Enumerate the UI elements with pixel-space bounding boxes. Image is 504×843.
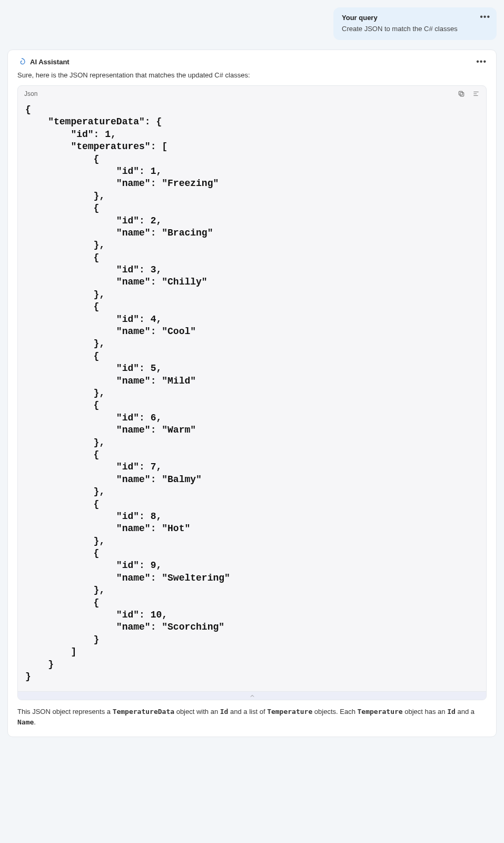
copy-icon[interactable] [458,90,465,97]
assistant-more-icon[interactable]: ••• [476,57,487,66]
assistant-header: AI Assistant ••• [17,57,487,66]
user-query-bubble: Your query Create JSON to match the C# c… [333,7,497,40]
format-icon[interactable] [472,90,480,97]
assistant-name: AI Assistant [30,58,70,66]
code-expand-handle[interactable] [18,691,486,700]
user-query-text: Create JSON to match the C# classes [342,25,488,33]
user-query-row: Your query Create JSON to match the C# c… [7,7,497,40]
assistant-card: AI Assistant ••• Sure, here is the JSON … [7,50,497,737]
code-term: Name [17,718,34,726]
user-query-title: Your query [342,14,488,22]
assistant-logo-icon [17,57,26,66]
code-content[interactable]: { "temperatureData": { "id": 1, "tempera… [18,102,486,691]
svg-rect-1 [459,91,462,95]
code-language-label: Json [24,90,37,97]
code-term: Id [220,708,229,715]
code-actions [458,90,480,97]
code-term: TemperatureData [113,708,174,715]
code-block: Json { "temperatureData": { "id": 1, "te… [17,85,487,700]
svg-rect-0 [460,93,464,96]
code-term: Temperature [358,708,403,715]
code-block-header: Json [18,86,486,102]
user-query-more-icon[interactable]: ••• [480,13,490,21]
assistant-explanation: This JSON object represents a Temperatur… [17,707,487,727]
code-term: Id [447,708,456,715]
assistant-intro-text: Sure, here is the JSON representation th… [17,71,487,79]
code-term: Temperature [267,708,312,715]
